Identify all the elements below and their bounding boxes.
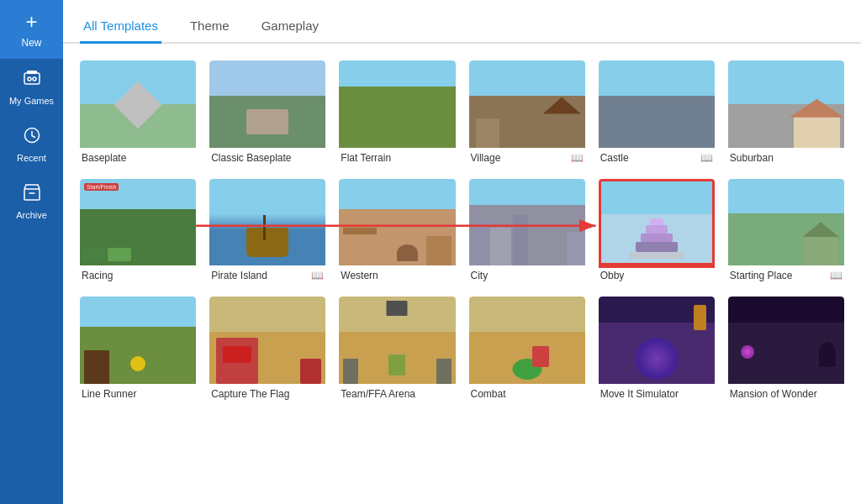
sidebar: + New My Games Recent xyxy=(0,0,63,504)
template-obby[interactable]: Obby xyxy=(599,179,715,284)
obby-label: Obby xyxy=(599,265,715,283)
template-move-it-simulator[interactable]: Move It Simulator xyxy=(599,297,715,402)
main-content: All Templates Theme Gameplay Baseplate xyxy=(63,0,861,504)
team-ffa-arena-label: Team/FFA Arena xyxy=(339,384,455,402)
template-classic-baseplate[interactable]: Classic Baseplate xyxy=(209,60,325,165)
capture-the-flag-label: Capture The Flag xyxy=(209,384,325,402)
sidebar-item-archive[interactable]: Archive xyxy=(0,173,63,230)
racing-label: Racing xyxy=(80,265,196,283)
svg-point-2 xyxy=(28,77,31,81)
mansion-of-wonder-label: Mansion of Wonder xyxy=(728,384,844,402)
template-starting-place[interactable]: Starting Place 📖 xyxy=(728,179,844,284)
tab-bar: All Templates Theme Gameplay xyxy=(63,0,861,44)
template-combat[interactable]: Combat xyxy=(469,297,585,402)
starting-place-label: Starting Place 📖 xyxy=(728,265,844,283)
template-team-ffa-arena[interactable]: Team/FFA Arena xyxy=(339,297,455,402)
svg-point-3 xyxy=(33,77,36,81)
template-mansion-of-wonder[interactable]: Mansion of Wonder xyxy=(728,297,844,402)
suburban-label: Suburban xyxy=(728,148,844,165)
svg-rect-0 xyxy=(24,73,40,84)
pirate-island-label: Pirate Island 📖 xyxy=(209,265,325,283)
tab-all-templates[interactable]: All Templates xyxy=(80,7,161,44)
template-line-runner[interactable]: Line Runner xyxy=(80,297,196,402)
archive-icon xyxy=(23,183,41,207)
move-it-simulator-label: Move It Simulator xyxy=(599,384,715,402)
templates-grid-area: Baseplate Classic Baseplate Flat Terrain xyxy=(63,44,861,504)
recent-label: Recent xyxy=(17,153,46,163)
new-button[interactable]: + New xyxy=(0,0,63,59)
line-runner-label: Line Runner xyxy=(80,384,196,402)
archive-label: Archive xyxy=(16,210,47,220)
baseplate-label: Baseplate xyxy=(80,148,196,165)
western-label: Western xyxy=(339,265,455,283)
games-icon xyxy=(23,69,41,92)
template-village[interactable]: Village 📖 xyxy=(469,60,585,165)
sidebar-item-my-games[interactable]: My Games xyxy=(0,59,63,116)
classic-baseplate-label: Classic Baseplate xyxy=(209,148,325,165)
tab-gameplay[interactable]: Gameplay xyxy=(258,7,322,44)
svg-rect-1 xyxy=(27,71,37,74)
city-label: City xyxy=(469,265,585,283)
plus-icon: + xyxy=(25,10,37,34)
new-label: New xyxy=(21,37,41,49)
combat-label: Combat xyxy=(469,384,585,402)
template-castle[interactable]: Castle 📖 xyxy=(599,60,715,165)
template-baseplate[interactable]: Baseplate xyxy=(80,60,196,165)
templates-grid: Baseplate Classic Baseplate Flat Terrain xyxy=(80,60,844,402)
svg-rect-5 xyxy=(24,189,40,200)
template-pirate-island[interactable]: Pirate Island 📖 xyxy=(209,179,325,284)
my-games-label: My Games xyxy=(9,96,54,106)
sidebar-item-recent[interactable]: Recent xyxy=(0,116,63,173)
template-capture-the-flag[interactable]: Capture The Flag xyxy=(209,297,325,402)
template-city[interactable]: City xyxy=(469,179,585,284)
template-suburban[interactable]: Suburban xyxy=(728,60,844,165)
template-western[interactable]: Western xyxy=(339,179,455,284)
recent-icon xyxy=(23,126,41,150)
castle-label: Castle 📖 xyxy=(599,148,715,165)
template-racing[interactable]: Start/Finish Racing xyxy=(80,179,196,284)
template-flat-terrain[interactable]: Flat Terrain xyxy=(339,60,455,165)
village-label: Village 📖 xyxy=(469,148,585,165)
flat-terrain-label: Flat Terrain xyxy=(339,148,455,165)
tab-theme[interactable]: Theme xyxy=(187,7,233,44)
